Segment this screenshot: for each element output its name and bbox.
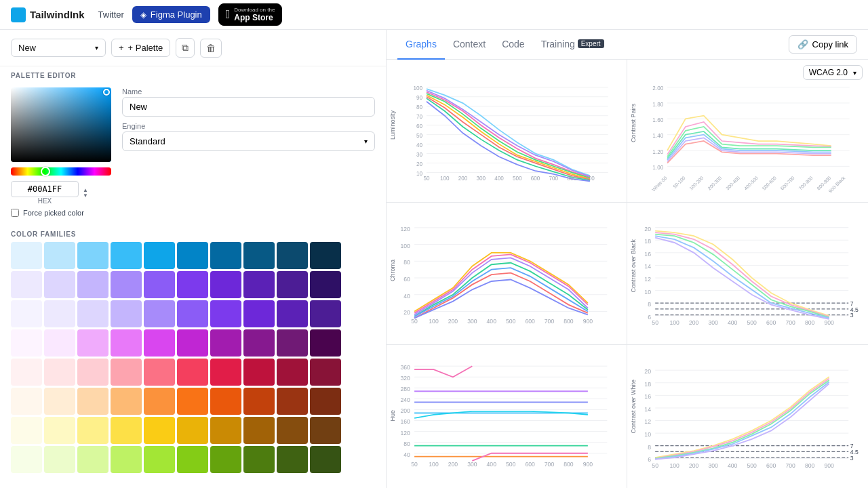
engine-select[interactable]: Standard ▾ — [122, 131, 375, 151]
swatch-2-0[interactable] — [11, 300, 42, 327]
twitter-link[interactable]: Twitter — [98, 9, 124, 20]
swatch-5-6[interactable] — [210, 388, 241, 415]
swatch-4-4[interactable] — [144, 359, 175, 386]
swatch-0-8[interactable] — [277, 242, 308, 269]
swatch-4-7[interactable] — [243, 359, 275, 386]
swatch-2-3[interactable] — [111, 300, 142, 327]
swatch-0-5[interactable] — [177, 242, 208, 269]
hue-handle[interactable] — [41, 167, 50, 176]
swatch-7-7[interactable] — [243, 446, 275, 473]
swatch-2-2[interactable] — [77, 300, 108, 327]
swatch-5-8[interactable] — [277, 388, 308, 415]
swatch-1-3[interactable] — [111, 271, 142, 298]
swatch-2-1[interactable] — [44, 300, 75, 327]
swatch-6-8[interactable] — [277, 417, 308, 444]
swatch-3-7[interactable] — [243, 329, 275, 357]
swatch-7-4[interactable] — [144, 446, 175, 473]
swatch-6-9[interactable] — [310, 417, 341, 444]
swatch-6-3[interactable] — [111, 417, 142, 444]
swatch-1-6[interactable] — [210, 271, 241, 298]
palette-select[interactable]: New ▾ — [11, 39, 106, 57]
swatch-2-8[interactable] — [277, 300, 308, 327]
hue-strip[interactable] — [11, 167, 111, 176]
swatch-3-6[interactable] — [210, 329, 241, 357]
swatch-0-7[interactable] — [243, 242, 275, 269]
swatch-2-4[interactable] — [144, 300, 175, 327]
swatch-5-7[interactable] — [243, 388, 275, 415]
swatch-6-1[interactable] — [44, 417, 75, 444]
swatch-3-4[interactable] — [144, 329, 175, 357]
swatch-0-4[interactable] — [144, 242, 175, 269]
swatch-1-7[interactable] — [243, 271, 275, 298]
swatch-7-2[interactable] — [77, 446, 108, 473]
appstore-button[interactable]:  Download on the App Store — [218, 3, 283, 26]
copy-palette-button[interactable]: ⧉ — [176, 38, 195, 58]
swatch-4-2[interactable] — [77, 359, 108, 386]
swatch-0-9[interactable] — [310, 242, 341, 269]
swatch-5-3[interactable] — [111, 388, 142, 415]
swatch-6-0[interactable] — [11, 417, 42, 444]
hex-input[interactable] — [11, 181, 79, 197]
tab-context[interactable]: Context — [445, 30, 494, 60]
swatch-3-3[interactable] — [111, 329, 142, 357]
swatch-4-5[interactable] — [177, 359, 208, 386]
swatch-1-2[interactable] — [77, 271, 108, 298]
swatch-3-2[interactable] — [77, 329, 108, 357]
swatch-2-9[interactable] — [310, 300, 341, 327]
add-palette-button[interactable]: + + Palette — [111, 39, 170, 57]
swatch-0-6[interactable] — [210, 242, 241, 269]
swatch-0-3[interactable] — [111, 242, 142, 269]
swatch-5-1[interactable] — [44, 388, 75, 415]
swatch-7-0[interactable] — [11, 446, 42, 473]
swatch-6-2[interactable] — [77, 417, 108, 444]
delete-palette-button[interactable]: 🗑 — [200, 39, 222, 58]
swatch-1-4[interactable] — [144, 271, 175, 298]
swatch-7-1[interactable] — [44, 446, 75, 473]
swatch-6-7[interactable] — [243, 417, 275, 444]
swatch-1-0[interactable] — [11, 271, 42, 298]
swatch-2-6[interactable] — [210, 300, 241, 327]
color-canvas[interactable] — [11, 87, 111, 162]
force-label[interactable]: Force picked color — [11, 209, 111, 217]
swatch-7-5[interactable] — [177, 446, 208, 473]
swatch-3-8[interactable] — [277, 329, 308, 357]
swatch-5-9[interactable] — [310, 388, 341, 415]
swatch-1-5[interactable] — [177, 271, 208, 298]
wcag-selector[interactable]: WCAG 2.0 ▾ — [803, 65, 863, 80]
swatch-3-5[interactable] — [177, 329, 208, 357]
swatch-7-8[interactable] — [277, 446, 308, 473]
swatch-0-2[interactable] — [77, 242, 108, 269]
tab-code[interactable]: Code — [494, 30, 532, 60]
swatch-4-0[interactable] — [11, 359, 42, 386]
swatch-4-1[interactable] — [44, 359, 75, 386]
swatch-6-5[interactable] — [177, 417, 208, 444]
swatch-2-7[interactable] — [243, 300, 275, 327]
swatch-4-9[interactable] — [310, 359, 341, 386]
swatch-1-9[interactable] — [310, 271, 341, 298]
swatch-7-9[interactable] — [310, 446, 341, 473]
hex-stepper[interactable]: ▲ ▼ — [83, 188, 88, 199]
swatch-4-3[interactable] — [111, 359, 142, 386]
figma-plugin-button[interactable]: ◈ Figma Plugin — [132, 6, 210, 23]
swatch-3-9[interactable] — [310, 329, 341, 357]
swatch-6-6[interactable] — [210, 417, 241, 444]
swatch-7-6[interactable] — [210, 446, 241, 473]
swatch-6-4[interactable] — [144, 417, 175, 444]
swatch-7-3[interactable] — [111, 446, 142, 473]
copy-link-button[interactable]: 🔗 Copy link — [789, 35, 857, 54]
swatch-5-4[interactable] — [144, 388, 175, 415]
swatch-0-1[interactable] — [44, 242, 75, 269]
swatch-4-6[interactable] — [210, 359, 241, 386]
name-input[interactable] — [122, 97, 375, 117]
swatch-3-1[interactable] — [44, 329, 75, 357]
swatch-5-0[interactable] — [11, 388, 42, 415]
swatch-1-8[interactable] — [277, 271, 308, 298]
swatch-3-0[interactable] — [11, 329, 42, 357]
tab-graphs[interactable]: Graphs — [397, 30, 445, 60]
force-checkbox[interactable] — [11, 209, 19, 217]
swatch-4-8[interactable] — [277, 359, 308, 386]
swatch-0-0[interactable] — [11, 242, 42, 269]
swatch-1-1[interactable] — [44, 271, 75, 298]
swatch-5-2[interactable] — [77, 388, 108, 415]
swatch-5-5[interactable] — [177, 388, 208, 415]
